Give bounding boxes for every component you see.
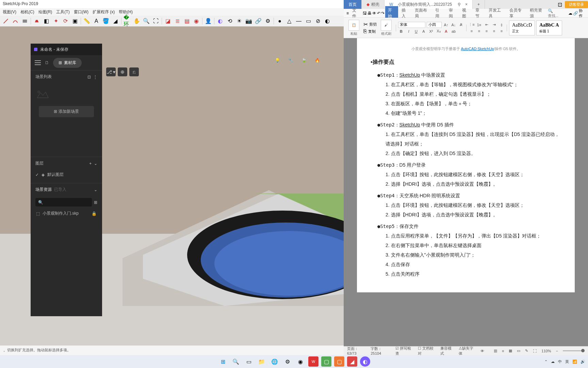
d5-logo-icon[interactable]: ◐ [216,17,224,25]
distribute-icon[interactable]: ≡ [499,28,505,34]
view-read-icon[interactable]: ▭ [517,349,520,353]
tape-icon[interactable]: 📏 [83,17,91,25]
font-size-select[interactable] [427,22,442,28]
login-button[interactable]: 访客登录 [565,1,588,8]
dell-icon[interactable]: ◉ [295,356,306,367]
d5-sync-icon[interactable]: ⟲ [226,17,233,25]
offset-icon[interactable]: ◧ [43,17,50,25]
grid-view-icon[interactable]: ⊞ [94,200,97,205]
wire-icon[interactable]: △ [285,17,293,25]
layers-icon[interactable]: ≣ [174,17,181,25]
expand-icon[interactable]: ⊡ [87,75,91,79]
snap-button[interactable]: ⎌ [129,67,139,76]
bold-icon[interactable]: B [398,29,404,34]
spellcheck-toggle[interactable]: ☑ 拼写检查 [395,346,413,356]
linespace-icon[interactable]: ‡ [499,22,505,28]
eye-icon[interactable]: 👁 [480,349,484,353]
paste-button[interactable]: 📋 [348,20,359,31]
layer-row-default[interactable]: ✓ ◈ 默认图层 [35,170,97,180]
add-layer-icon[interactable]: + [89,161,92,166]
highlight-icon[interactable]: ab [451,29,457,34]
d5-app-icon[interactable]: ◐ [360,356,370,367]
edge-icon[interactable]: — [295,17,303,25]
d5-gear-icon[interactable]: ⚙ [264,17,272,25]
preview-icon[interactable]: 👁 [372,11,376,16]
window-mode-icon[interactable]: ⊡ [558,1,562,8]
zoom-icon[interactable]: 🔍 [143,17,150,25]
style-normal[interactable]: AaBbCcD正文 [509,20,535,35]
proofread-toggle[interactable]: ☐ 文档校对 [418,346,436,356]
align-right-icon[interactable]: ≡ [484,28,490,34]
line-tool-icon[interactable] [2,17,10,25]
print-icon[interactable]: 🖶 [368,11,372,16]
sub-icon[interactable]: X₂ [436,29,442,34]
justify-icon[interactable]: ≡ [491,28,497,34]
missing-fonts[interactable]: ⚠缺失字体 [459,346,475,356]
hamburger-icon[interactable] [35,60,41,65]
axis-button[interactable]: ⎇ ▾ [106,67,116,76]
d5-connect-icon[interactable]: ◉ [193,17,200,25]
document-area[interactable]: 小景观全模型明学习手册基于 AutoCAD·SketchUp/操作·D5 软件。… [344,38,588,346]
person-icon[interactable]: 👤 [205,17,212,25]
taskview-button[interactable]: ▭ [244,356,254,367]
wifi-icon[interactable]: 📶 [572,359,577,364]
chevron-down-icon[interactable]: ⌄ [94,187,97,192]
search-button[interactable]: 🔍 [231,356,241,367]
underline-icon[interactable]: U [413,29,419,34]
view-outline-icon[interactable]: ≡ [502,349,504,353]
more-icon[interactable]: ⋮ [93,75,97,79]
flame-icon[interactable]: 🔥 [315,58,320,63]
italic-icon[interactable]: I [406,29,412,34]
save-icon[interactable]: 🖫 [363,11,367,16]
volume-icon[interactable]: 🔊 [581,359,585,364]
tab-docer[interactable]: ◆稻壳 [362,0,385,9]
shrink-font-icon[interactable]: A↓ [451,22,457,28]
bulb-icon[interactable]: 💡 [275,58,280,63]
app-orange-icon[interactable]: ▢ [334,356,344,367]
clear-format-icon[interactable]: A̷ [458,22,464,28]
redo-icon[interactable]: ↷ [381,11,385,16]
back-icon[interactable]: ◐ [324,17,331,25]
start-button[interactable]: ⊞ [218,356,228,367]
app-green-icon[interactable]: ▢ [321,356,331,367]
d5-camera-icon[interactable]: 📷 [245,17,252,25]
d5-link-icon[interactable]: 🔗 [255,17,262,25]
eraser-icon[interactable]: ◢ [112,17,119,25]
share-icon[interactable]: 🔗 [573,11,578,16]
menu-draw[interactable]: 绘图(R) [38,9,52,15]
section-icon[interactable]: ◪ [164,17,172,25]
sketchup-app-icon[interactable]: ◢ [347,356,357,367]
menu-window[interactable]: 窗口(W) [74,9,88,15]
numbering-icon[interactable]: 1≡ [476,22,482,28]
menu-tools[interactable]: 工具(T) [56,9,69,15]
font-color-icon[interactable]: A [443,29,449,34]
menu-camera[interactable]: 相机(C) [20,9,34,15]
format-painter-button[interactable]: 🖌 [381,20,392,31]
explorer-icon[interactable]: 📁 [257,356,267,367]
outliner-icon[interactable]: ▤ [183,17,191,25]
rect-tool-icon[interactable] [21,17,29,25]
tray-cloud-icon[interactable]: ☁ [551,359,555,364]
page-count[interactable]: 页面：63/73 [347,346,366,355]
ribbon-search[interactable] [548,14,565,18]
zoom-out-icon[interactable]: − [556,349,558,353]
tray-chevron-icon[interactable]: ⌃ [544,359,548,364]
view-web-icon[interactable]: ▦ [509,349,512,353]
align-left-icon[interactable]: ≡ [469,28,475,34]
font-name-select[interactable] [398,22,425,28]
style-h1[interactable]: AaBbC A标题 1 [536,20,562,35]
scale-icon[interactable]: ▣ [71,17,79,25]
rotate-icon[interactable]: ⟳ [62,17,69,25]
pushpull-icon[interactable] [33,17,40,25]
comment-icon[interactable]: ✎ [525,349,528,353]
wps-app-icon[interactable]: W [308,356,318,367]
undo-icon[interactable]: ↶ [377,11,380,16]
edge-icon[interactable]: 🌐 [270,356,280,367]
view-page-icon[interactable]: ▥ [494,349,497,353]
arc-tool-icon[interactable] [12,17,19,25]
add-scene-button[interactable]: ⊞ 添加新场景 [39,106,94,117]
cut-label[interactable]: 剪切 [369,22,377,27]
fit-icon[interactable]: ⛶ [533,349,537,353]
menu-view[interactable]: 视图(V) [3,9,16,15]
xray-icon[interactable]: ⊘ [314,17,322,25]
